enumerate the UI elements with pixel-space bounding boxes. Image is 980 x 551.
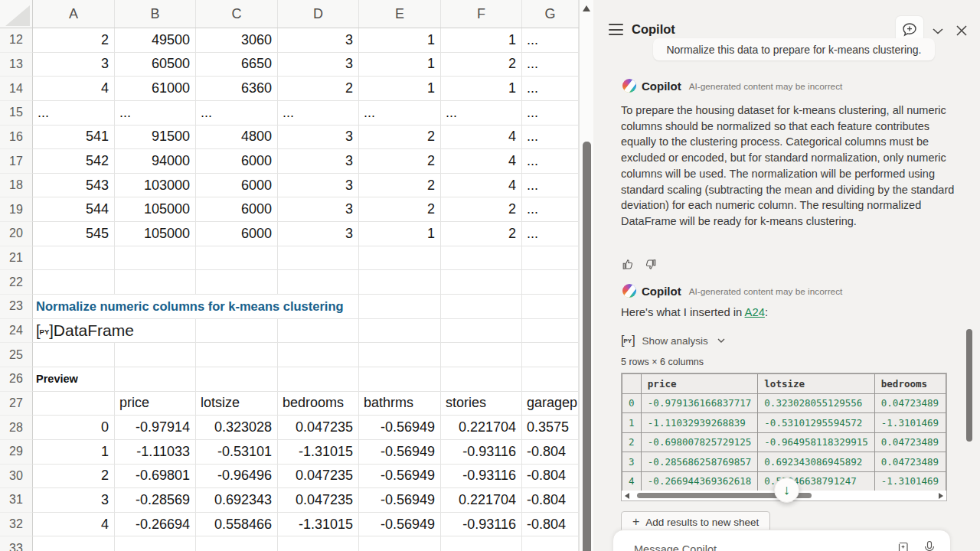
sheet-cell[interactable]: -1.11033 [115, 440, 196, 465]
sheet-cell[interactable]: -0.56949 [359, 465, 441, 489]
sheet-cell[interactable] [278, 367, 359, 392]
row-header-30[interactable]: 30 [0, 465, 33, 489]
sheet-cell[interactable]: 2 [359, 149, 441, 174]
sheet-cell[interactable]: 2 [359, 197, 441, 222]
sheet-cell[interactable]: 61000 [115, 77, 196, 101]
collapse-panel-button[interactable] [929, 21, 947, 40]
sheet-cell[interactable]: 3 [278, 222, 359, 246]
sheet-cell[interactable]: 0.323028 [196, 416, 278, 440]
sheet-cell[interactable] [115, 367, 196, 392]
sheet-cell[interactable]: 2 [278, 77, 359, 101]
sheet-cell[interactable]: -0.56949 [359, 513, 441, 537]
row-header-21[interactable]: 21 [0, 246, 33, 271]
sheet-cell[interactable]: 541 [33, 126, 115, 150]
row-header-33[interactable]: 33 [0, 536, 33, 551]
sheet-cell[interactable] [359, 343, 441, 367]
sheet-vscroll-thumb[interactable] [583, 142, 591, 551]
sheet-cell[interactable]: ... [522, 53, 579, 77]
sheet-cell[interactable] [441, 270, 522, 295]
column-header-C[interactable]: C [196, 0, 278, 28]
sheet-cell[interactable] [278, 343, 359, 367]
row-header-18[interactable]: 18 [0, 174, 33, 198]
sheet-cell[interactable] [522, 246, 579, 271]
row-header-16[interactable]: 16 [0, 126, 33, 150]
sheet-cell[interactable]: 0 [33, 416, 115, 440]
sheet-cell[interactable]: 6000 [196, 197, 278, 222]
sheet-cell[interactable] [441, 367, 522, 392]
cell-text-overlay[interactable]: Normalize numeric columns for k-means cl… [33, 295, 351, 318]
sheet-cell[interactable]: 1 [359, 28, 441, 53]
sheet-cell[interactable]: 2 [359, 126, 441, 150]
sheet-cell[interactable]: -0.26694 [115, 513, 196, 537]
sheet-cell[interactable]: ... [522, 149, 579, 174]
microphone-icon[interactable] [923, 540, 936, 551]
row-header-26[interactable]: 26 [0, 367, 33, 392]
sheet-cell[interactable]: 6000 [196, 149, 278, 174]
column-header-B[interactable]: B [115, 0, 196, 28]
panel-vertical-scrollbar[interactable] [966, 329, 972, 442]
sheet-cell[interactable] [278, 270, 359, 295]
sheet-cell[interactable]: ... [278, 101, 359, 126]
sheet-cell[interactable]: 544 [33, 197, 115, 222]
sheet-cell[interactable]: 542 [33, 149, 115, 174]
sheet-cell[interactable]: -0.804 [522, 440, 579, 465]
sheet-cell[interactable]: -0.93116 [441, 465, 522, 489]
sheet-cell[interactable]: 3 [33, 53, 115, 77]
sheet-cell[interactable]: -1.31015 [278, 513, 359, 537]
sheet-cell[interactable]: 3 [278, 126, 359, 150]
sheet-cell[interactable]: 4 [441, 174, 522, 198]
sheet-cell[interactable]: 3 [33, 488, 115, 513]
thumbs-up-button[interactable] [622, 257, 635, 271]
sheet-cell[interactable] [441, 319, 522, 344]
sheet-cell[interactable] [196, 367, 278, 392]
sheet-cell[interactable]: -0.93116 [441, 513, 522, 537]
sheet-cell[interactable] [441, 295, 522, 319]
sheet-cell[interactable]: -0.56949 [359, 440, 441, 465]
row-header-14[interactable]: 14 [0, 77, 33, 101]
row-header-23[interactable]: 23 [0, 295, 33, 319]
cell-text-overlay[interactable]: Preview [33, 367, 86, 391]
sheet-cell[interactable] [115, 270, 196, 295]
sheet-cell[interactable]: lotsize [196, 392, 278, 416]
sheet-cell[interactable]: 3 [278, 28, 359, 53]
sheet-cell[interactable]: 94000 [115, 149, 196, 174]
row-header-32[interactable]: 32 [0, 513, 33, 537]
sheet-cell[interactable]: 1 [441, 28, 522, 53]
sheet-cell[interactable]: 543 [33, 174, 115, 198]
sheet-cell[interactable]: ... [522, 222, 579, 246]
scroll-to-bottom-button[interactable]: ↓ [774, 478, 799, 503]
row-header-19[interactable]: 19 [0, 197, 33, 222]
column-header-A[interactable]: A [33, 0, 115, 28]
sheet-cell[interactable]: 1 [359, 222, 441, 246]
show-analysis-toggle[interactable]: [PY] Show analysis [621, 334, 727, 347]
sheet-cell[interactable] [522, 367, 579, 392]
sheet-cell[interactable] [359, 295, 441, 319]
sheet-cell[interactable]: 545 [33, 222, 115, 246]
sheet-cell[interactable] [522, 536, 579, 551]
sheet-cell[interactable]: ... [522, 28, 579, 53]
scroll-left-arrow-icon[interactable] [625, 493, 629, 499]
scroll-right-arrow-icon[interactable] [939, 493, 943, 499]
row-header-22[interactable]: 22 [0, 270, 33, 295]
sheet-cell[interactable] [196, 536, 278, 551]
column-header-G[interactable]: G [522, 0, 579, 28]
sheet-cell[interactable]: ... [441, 101, 522, 126]
sheet-cell[interactable] [196, 246, 278, 271]
sheet-cell[interactable] [522, 319, 579, 344]
row-header-27[interactable]: 27 [0, 392, 33, 416]
sheet-cell[interactable]: 6000 [196, 222, 278, 246]
sheet-cell[interactable]: 3060 [196, 28, 278, 53]
sheet-cell[interactable] [115, 343, 196, 367]
sheet-cell[interactable] [115, 536, 196, 551]
sheet-cell[interactable] [115, 246, 196, 271]
sheet-cell[interactable] [359, 319, 441, 344]
sheet-cell[interactable]: -0.28569 [115, 488, 196, 513]
sheet-cell[interactable]: 60500 [115, 53, 196, 77]
row-header-29[interactable]: 29 [0, 440, 33, 465]
sheet-cell[interactable] [441, 536, 522, 551]
sheet-cell[interactable] [359, 270, 441, 295]
sheet-cell[interactable]: ... [33, 101, 115, 126]
sheet-cell[interactable]: -0.804 [522, 488, 579, 513]
sheet-cell[interactable]: 0.692343 [196, 488, 278, 513]
sheet-cell[interactable] [278, 536, 359, 551]
